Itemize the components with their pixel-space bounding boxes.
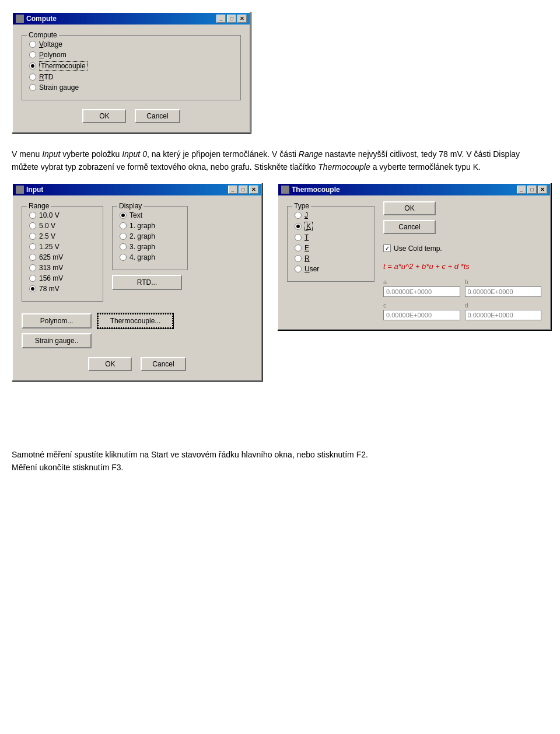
param-a: a bbox=[383, 278, 460, 297]
thermo-ok-cancel: OK Cancel bbox=[383, 201, 541, 234]
display-3graph[interactable]: 3. graph bbox=[120, 243, 180, 251]
type-user-circle[interactable] bbox=[295, 265, 302, 272]
thermocouple-dialog: Thermocouple _ □ ✕ Type J bbox=[277, 183, 551, 330]
range-625mv[interactable]: 625 mV bbox=[29, 253, 96, 261]
range-78mv-circle[interactable] bbox=[29, 285, 36, 292]
use-cold-temp-checkbox[interactable] bbox=[383, 244, 391, 252]
radio-thermocouple-circle[interactable] bbox=[29, 62, 36, 69]
range-5v[interactable]: 5.0 V bbox=[29, 222, 96, 230]
display-1graph[interactable]: 1. graph bbox=[120, 222, 180, 230]
compute-titlebar[interactable]: Compute _ □ ✕ bbox=[13, 13, 250, 25]
type-k-label: K bbox=[304, 222, 313, 231]
param-b-label: b bbox=[465, 278, 542, 285]
para1-mid: vyberte položku bbox=[60, 149, 122, 159]
paragraph-text: V menu Input vyberte položku Input 0, na… bbox=[12, 148, 548, 174]
type-groupbox-label: Type bbox=[292, 202, 311, 210]
range-10v-label: 10.0 V bbox=[39, 211, 60, 219]
param-d-input[interactable] bbox=[465, 310, 542, 320]
range-156mv-circle[interactable] bbox=[29, 275, 36, 282]
input-two-col: Range 10.0 V 5.0 V 2.5 V bbox=[22, 201, 253, 306]
compute-maximize-button[interactable]: □ bbox=[227, 15, 236, 23]
type-r-circle[interactable] bbox=[295, 255, 302, 262]
thermocouple-cancel-button[interactable]: Cancel bbox=[383, 220, 436, 234]
radio-polynom-circle[interactable] bbox=[29, 51, 36, 58]
thermocouple-maximize-button[interactable]: □ bbox=[527, 186, 537, 194]
display-2graph[interactable]: 2. graph bbox=[120, 232, 180, 240]
param-c-input[interactable] bbox=[383, 310, 460, 320]
type-k-circle[interactable] bbox=[295, 223, 302, 230]
input-minimize-button[interactable]: _ bbox=[228, 186, 237, 194]
bottom-text: Samotné měření spustíte kliknutím na Sta… bbox=[12, 448, 548, 474]
compute-btn-row: OK Cancel bbox=[22, 109, 241, 123]
rtd-button[interactable]: RTD... bbox=[112, 275, 182, 290]
display-1graph-circle[interactable] bbox=[120, 222, 127, 229]
type-t-circle[interactable] bbox=[295, 234, 302, 241]
display-4graph-circle[interactable] bbox=[120, 254, 127, 261]
range-125v-circle[interactable] bbox=[29, 243, 36, 250]
thermocouple-minimize-button[interactable]: _ bbox=[517, 186, 526, 194]
compute-minimize-button[interactable]: _ bbox=[216, 15, 226, 23]
compute-close-button[interactable]: ✕ bbox=[237, 15, 247, 23]
type-t-label: T bbox=[304, 233, 309, 242]
type-user[interactable]: User bbox=[295, 265, 367, 273]
param-b-input[interactable] bbox=[465, 286, 542, 297]
display-text-circle[interactable] bbox=[120, 212, 127, 219]
radio-rtd-circle[interactable] bbox=[29, 74, 36, 81]
bottom-text-line2: Měření ukončíte stisknutím F3. bbox=[12, 461, 548, 474]
thermo-inner: Type J K T bbox=[287, 201, 541, 320]
input-maximize-button[interactable]: □ bbox=[239, 186, 248, 194]
range-313mv[interactable]: 313 mV bbox=[29, 264, 96, 272]
para1-prefix: V menu bbox=[12, 149, 42, 159]
thermocouple-ok-button[interactable]: OK bbox=[383, 201, 436, 215]
radio-voltage[interactable]: Voltage bbox=[29, 40, 233, 48]
param-a-input[interactable] bbox=[383, 286, 460, 297]
type-e-circle[interactable] bbox=[295, 244, 302, 251]
radio-strain-gauge-circle[interactable] bbox=[29, 84, 36, 91]
range-78mv[interactable]: 78 mV bbox=[29, 285, 96, 293]
range-125v[interactable]: 1.25 V bbox=[29, 243, 96, 251]
range-25v-label: 2.5 V bbox=[39, 232, 55, 240]
range-156mv[interactable]: 156 mV bbox=[29, 274, 96, 282]
type-r[interactable]: R bbox=[295, 254, 367, 263]
type-e[interactable]: E bbox=[295, 244, 367, 252]
type-t[interactable]: T bbox=[295, 233, 367, 242]
type-j[interactable]: J bbox=[295, 211, 367, 219]
compute-ok-button[interactable]: OK bbox=[82, 109, 126, 123]
display-2graph-circle[interactable] bbox=[120, 233, 127, 240]
compute-cancel-button[interactable]: Cancel bbox=[135, 109, 180, 123]
para2-italic2: Thermocouple bbox=[318, 162, 370, 172]
radio-voltage-circle[interactable] bbox=[29, 41, 36, 48]
strain-gauge-button[interactable]: Strain gauge.. bbox=[22, 333, 92, 348]
use-cold-temp-row[interactable]: Use Cold temp. bbox=[383, 244, 541, 253]
range-313mv-label: 313 mV bbox=[39, 264, 63, 272]
display-3graph-circle[interactable] bbox=[120, 243, 127, 250]
range-25v-circle[interactable] bbox=[29, 233, 36, 240]
range-10v[interactable]: 10.0 V bbox=[29, 211, 96, 219]
range-313mv-circle[interactable] bbox=[29, 264, 36, 271]
input-ok-button[interactable]: OK bbox=[88, 357, 132, 371]
input-cancel-button[interactable]: Cancel bbox=[141, 357, 186, 371]
input-titlebar[interactable]: Input _ □ ✕ bbox=[13, 184, 261, 195]
display-4graph[interactable]: 4. graph bbox=[120, 253, 180, 261]
range-5v-circle[interactable] bbox=[29, 222, 36, 229]
type-j-circle[interactable] bbox=[295, 212, 302, 219]
para2-italic1: Range bbox=[299, 149, 323, 159]
range-625mv-circle[interactable] bbox=[29, 254, 36, 261]
display-2graph-label: 2. graph bbox=[130, 232, 155, 240]
radio-strain-gauge[interactable]: Strain gauge bbox=[29, 83, 233, 92]
polynom-button[interactable]: Polynom... bbox=[22, 313, 92, 328]
params-grid: a b c d bbox=[383, 278, 541, 320]
display-text[interactable]: Text bbox=[120, 211, 180, 219]
display-column: Display Text 1. graph 2. graph bbox=[112, 201, 188, 306]
type-k[interactable]: K bbox=[295, 222, 367, 231]
compute-content: Compute Voltage Polynom Thermocouple RTD bbox=[13, 25, 250, 132]
thermocouple-input-button[interactable]: Thermocouple... bbox=[97, 313, 173, 328]
range-25v[interactable]: 2.5 V bbox=[29, 232, 96, 240]
radio-polynom[interactable]: Polynom bbox=[29, 51, 233, 59]
range-10v-circle[interactable] bbox=[29, 212, 36, 219]
input-close-button[interactable]: ✕ bbox=[249, 186, 258, 194]
radio-rtd[interactable]: RTD bbox=[29, 73, 233, 81]
thermocouple-titlebar[interactable]: Thermocouple _ □ ✕ bbox=[278, 184, 550, 195]
radio-thermocouple[interactable]: Thermocouple bbox=[29, 61, 233, 71]
thermocouple-close-button[interactable]: ✕ bbox=[538, 186, 547, 194]
